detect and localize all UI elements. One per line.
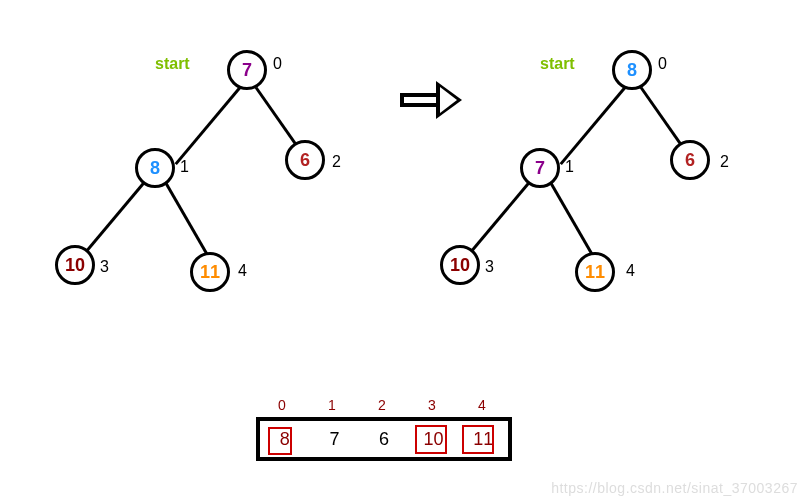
index-r0: 0 [658, 55, 667, 73]
node-l3: 10 [55, 245, 95, 285]
edge-r1-r3 [465, 181, 532, 260]
edge-r0-r1 [560, 87, 627, 166]
diagram-canvas: start 7 0 8 1 6 2 10 3 11 4 start 8 0 7 … [0, 0, 808, 502]
index-r1: 1 [565, 158, 574, 176]
index-r3: 3 [485, 258, 494, 276]
index-l1: 1 [180, 158, 189, 176]
node-value: 8 [627, 60, 637, 81]
index-l2: 2 [332, 153, 341, 171]
highlight-box-3 [415, 425, 447, 454]
node-l1: 8 [135, 148, 175, 188]
cell-value: 7 [329, 429, 339, 450]
node-l2: 6 [285, 140, 325, 180]
edge-l0-l1 [175, 87, 242, 166]
start-label-right: start [540, 55, 575, 73]
edge-l1-l3 [80, 181, 147, 260]
node-value: 11 [585, 262, 605, 283]
node-r1: 7 [520, 148, 560, 188]
array-index-0: 0 [278, 397, 286, 413]
watermark-text: https://blog.csdn.net/sinat_37003267 [551, 480, 798, 496]
node-l4: 11 [190, 252, 230, 292]
node-r0: 8 [612, 50, 652, 90]
array-index-1: 1 [328, 397, 336, 413]
array-index-3: 3 [428, 397, 436, 413]
node-r4: 11 [575, 252, 615, 292]
node-value: 10 [65, 255, 85, 276]
node-r2: 6 [670, 140, 710, 180]
array-cell-2: 6 [359, 421, 409, 457]
transform-arrow [400, 85, 450, 115]
index-l4: 4 [238, 262, 247, 280]
array-cell-1: 7 [310, 421, 360, 457]
index-r2: 2 [720, 153, 729, 171]
index-r4: 4 [626, 262, 635, 280]
node-r3: 10 [440, 245, 480, 285]
node-value: 6 [300, 150, 310, 171]
index-l3: 3 [100, 258, 109, 276]
index-l0: 0 [273, 55, 282, 73]
highlight-box-4 [462, 425, 494, 454]
node-value: 10 [450, 255, 470, 276]
cell-value: 6 [379, 429, 389, 450]
node-value: 7 [535, 158, 545, 179]
node-value: 11 [200, 262, 220, 283]
node-value: 6 [685, 150, 695, 171]
highlight-box-0 [268, 427, 292, 455]
start-label-left: start [155, 55, 190, 73]
array-index-4: 4 [478, 397, 486, 413]
node-value: 8 [150, 158, 160, 179]
node-l0: 7 [227, 50, 267, 90]
array-index-2: 2 [378, 397, 386, 413]
node-value: 7 [242, 60, 252, 81]
